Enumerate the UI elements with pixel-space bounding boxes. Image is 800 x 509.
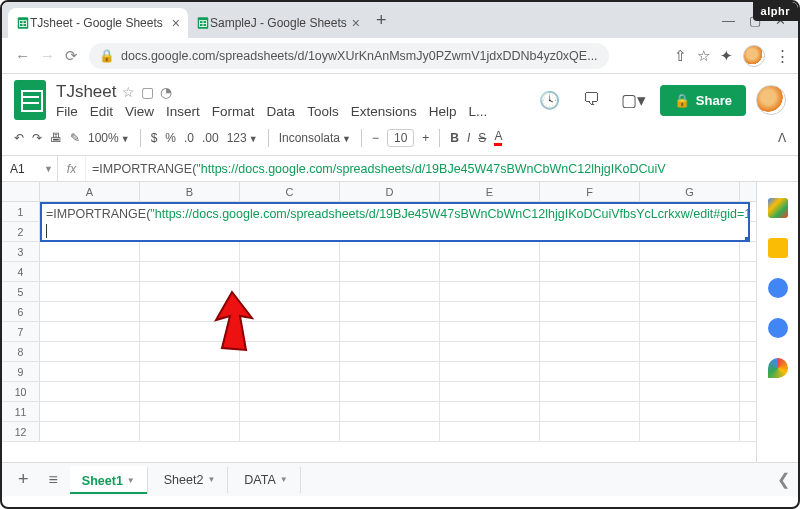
cloud-icon[interactable]: ◔ [160,84,172,100]
add-sheet-button[interactable]: + [10,469,37,490]
select-all-corner[interactable] [2,182,40,201]
name-box[interactable]: A1 ▼ [2,156,58,181]
lock-icon: 🔒 [674,93,690,108]
dec-less-button[interactable]: .0 [184,131,194,145]
col-header[interactable]: F [540,182,640,201]
undo-icon[interactable]: ↶ [14,131,24,145]
browser-tab-active[interactable]: TJsheet - Google Sheets × [8,8,188,38]
menu-extensions[interactable]: Extensions [351,104,417,119]
chevron-down-icon[interactable]: ▼ [280,475,288,484]
browser-tab-inactive[interactable]: SampleJ - Google Sheets × [188,8,368,38]
move-icon[interactable]: ▢ [141,84,154,100]
sheet-tab[interactable]: Sheet2▼ [152,467,229,493]
sheet-tab-label: DATA [244,473,275,487]
col-header[interactable]: B [140,182,240,201]
row-header[interactable]: 8 [2,342,40,361]
row-header[interactable]: 2 [2,222,40,241]
sheet-tab-bar: + ≡ Sheet1▼ Sheet2▼ DATA▼ ❮ [2,462,798,496]
col-header[interactable]: C [240,182,340,201]
strike-button[interactable]: S [478,131,486,145]
calendar-icon[interactable] [768,198,788,218]
row-header[interactable]: 4 [2,262,40,281]
tab-title: SampleJ - Google Sheets [210,16,347,30]
window-minimize[interactable]: — [722,13,735,28]
font-size-value[interactable]: 10 [387,129,414,147]
all-sheets-button[interactable]: ≡ [41,471,66,489]
col-header[interactable]: A [40,182,140,201]
tab-close-icon[interactable]: × [352,15,360,31]
sheet-tab-label: Sheet2 [164,473,204,487]
menu-data[interactable]: Data [267,104,296,119]
percent-button[interactable]: % [165,131,176,145]
row-header[interactable]: 1 [2,202,40,221]
italic-button[interactable]: I [467,131,470,145]
meet-icon[interactable]: ▢▾ [618,84,650,116]
menu-insert[interactable]: Insert [166,104,200,119]
menu-tools[interactable]: Tools [307,104,339,119]
font-select[interactable]: Inconsolata▼ [279,131,351,145]
account-avatar[interactable] [756,85,786,115]
row-header[interactable]: 3 [2,242,40,261]
column-headers: A B C D E F G [2,182,756,202]
menu-format[interactable]: Format [212,104,255,119]
profile-avatar[interactable] [743,45,765,67]
nav-back-icon[interactable]: ← [15,47,30,64]
nav-forward-icon[interactable]: → [40,47,55,64]
col-header[interactable]: E [440,182,540,201]
bold-button[interactable]: B [450,131,459,145]
menu-view[interactable]: View [125,104,154,119]
explore-icon[interactable]: ❮ [777,470,790,489]
currency-button[interactable]: $ [151,131,158,145]
row-header[interactable]: 9 [2,362,40,381]
formula-bar[interactable]: =IMPORTRANGE("https://docs.google.com/sp… [86,156,798,181]
share-icon[interactable]: ⇧ [674,47,687,65]
format-select[interactable]: 123▼ [227,131,258,145]
chevron-down-icon[interactable]: ▼ [127,476,135,485]
menu-help[interactable]: Help [429,104,457,119]
row-header[interactable]: 12 [2,422,40,441]
nav-reload-icon[interactable]: ⟳ [65,47,78,65]
share-button[interactable]: 🔒 Share [660,85,746,116]
tasks-icon[interactable] [768,278,788,298]
menu-more[interactable]: L... [468,104,487,119]
new-tab-button[interactable]: + [376,10,387,31]
zoom-select[interactable]: 100%▼ [88,131,130,145]
comment-icon[interactable]: 🗨 [576,84,608,116]
maps-icon[interactable] [768,358,788,378]
doc-title[interactable]: TJsheet [56,82,116,102]
keep-icon[interactable] [768,238,788,258]
tab-close-icon[interactable]: × [172,15,180,31]
star-icon[interactable]: ☆ [122,84,135,100]
sheets-logo-icon[interactable] [14,80,46,120]
col-header[interactable]: G [640,182,740,201]
row-header[interactable]: 7 [2,322,40,341]
row-header[interactable]: 6 [2,302,40,321]
chevron-down-icon[interactable]: ▼ [207,475,215,484]
col-header[interactable]: D [340,182,440,201]
active-cell-editor[interactable]: =IMPORTRANGE("https://docs.google.com/sp… [40,202,750,242]
contacts-icon[interactable] [768,318,788,338]
history-icon[interactable]: 🕓 [534,84,566,116]
browser-menu-icon[interactable]: ⋮ [775,47,790,65]
text-color-button[interactable]: A [494,129,502,146]
fx-label: fx [58,156,86,181]
dec-more-button[interactable]: .00 [202,131,219,145]
redo-icon[interactable]: ↷ [32,131,42,145]
row-header[interactable]: 10 [2,382,40,401]
toolbar-overflow-icon[interactable]: ᐱ [778,131,786,145]
font-size-inc[interactable]: + [422,131,429,145]
font-size-dec[interactable]: − [372,131,379,145]
paint-icon[interactable]: ✎ [70,131,80,145]
bookmark-icon[interactable]: ☆ [697,47,710,65]
menu-edit[interactable]: Edit [90,104,113,119]
print-icon[interactable]: 🖶 [50,131,62,145]
menu-file[interactable]: File [56,104,78,119]
row-header[interactable]: 5 [2,282,40,301]
url-input[interactable]: 🔒 docs.google.com/spreadsheets/d/1oywXUr… [89,43,609,69]
fill-handle[interactable] [745,237,750,242]
extension-icon[interactable]: ✦ [720,47,733,65]
row-header[interactable]: 11 [2,402,40,421]
sheet-tab[interactable]: Sheet1▼ [70,466,148,494]
spreadsheet-grid[interactable]: A B C D E F G 1 2 3 4 5 6 7 8 9 10 11 12… [2,182,756,462]
sheet-tab[interactable]: DATA▼ [232,467,300,493]
